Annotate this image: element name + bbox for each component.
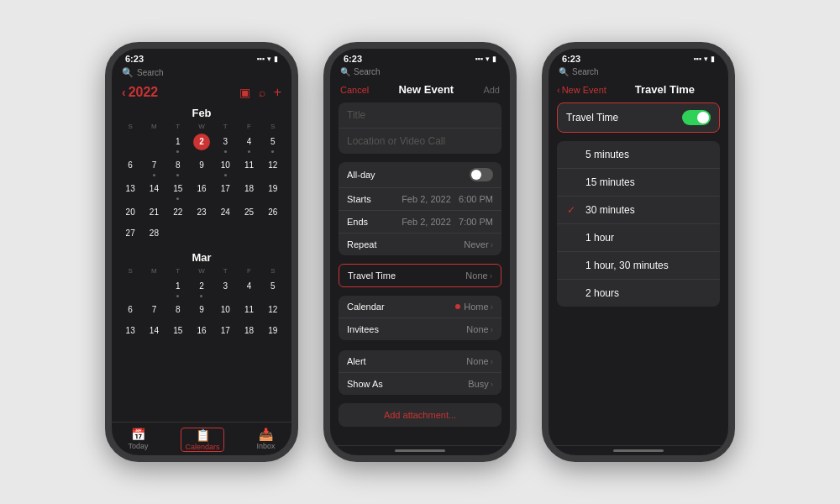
cal-day[interactable]: 16	[190, 320, 213, 341]
back-chevron-icon: ‹	[557, 85, 560, 95]
cal-day[interactable]: 13	[118, 178, 142, 202]
alert-row[interactable]: Alert None ›	[339, 350, 501, 373]
cal-day[interactable]: 3	[213, 276, 237, 299]
cal-day[interactable]: 11	[237, 299, 260, 320]
calendar-row[interactable]: Calendar Home ›	[339, 296, 501, 318]
cal-day[interactable]: 12	[261, 299, 285, 320]
calendars-icon: 📋	[196, 428, 210, 442]
cal-day[interactable]: 4	[237, 131, 260, 155]
cal-day[interactable]: 19	[261, 320, 285, 341]
show-as-row[interactable]: Show As Busy ›	[339, 373, 501, 395]
cal-day[interactable]: 23	[190, 202, 213, 223]
cal-day[interactable]: 8	[166, 155, 190, 178]
cal-day[interactable]: 16	[190, 178, 213, 202]
status-time-1: 6:23	[125, 54, 144, 64]
cal-day[interactable]: 4	[237, 276, 260, 299]
cal-day[interactable]: 9	[190, 299, 213, 320]
starts-row[interactable]: Starts Feb 2, 2022 6:00 PM	[339, 188, 501, 211]
back-button[interactable]: ‹ New Event	[557, 85, 606, 95]
add-button[interactable]: Add	[483, 85, 500, 95]
cal-day[interactable]: 19	[261, 178, 285, 202]
invitees-row[interactable]: Invitees None ›	[339, 318, 501, 340]
cal-day[interactable]	[118, 131, 142, 155]
datetime-section: All-day Starts Feb 2, 2022 6:00 PM Ends …	[339, 162, 501, 255]
cal-day[interactable]: 20	[118, 202, 142, 223]
cal-day[interactable]: 12	[261, 155, 285, 178]
option-30min[interactable]: ✓ 30 minutes	[557, 197, 720, 224]
tab-inbox[interactable]: 📥 Inbox	[256, 428, 275, 452]
cal-day[interactable]: 6	[118, 299, 142, 320]
tab-calendars[interactable]: 📋 Calendars	[181, 428, 223, 452]
status-time-2: 6:23	[344, 54, 362, 64]
cal-day[interactable]: 17	[213, 178, 237, 202]
cal-day[interactable]: 13	[118, 320, 142, 341]
travel-time-toggle[interactable]	[682, 110, 711, 125]
search-icon-year[interactable]: ⌕	[259, 86, 265, 99]
cal-day[interactable]: 17	[213, 320, 237, 341]
travel-time-row[interactable]: Travel Time None ›	[339, 265, 501, 286]
tab-today[interactable]: 📅 Today	[128, 428, 148, 452]
travel-chevron-icon: ›	[490, 271, 492, 281]
repeat-row[interactable]: Repeat Never ›	[339, 234, 501, 255]
cal-day[interactable]: 18	[237, 178, 260, 202]
cal-day[interactable]: 3	[213, 131, 237, 155]
cal-day[interactable]: 8	[166, 299, 190, 320]
cal-day[interactable]: 14	[142, 178, 165, 202]
cal-day[interactable]: 9	[190, 155, 213, 178]
cal-day[interactable]: 21	[142, 202, 165, 223]
cal-day[interactable]: 25	[237, 202, 260, 223]
option-5min[interactable]: 5 minutes	[557, 141, 720, 169]
add-icon[interactable]: +	[274, 85, 281, 100]
wifi-icon-3: ▾	[704, 55, 708, 63]
starts-value: Feb 2, 2022 6:00 PM	[402, 194, 493, 204]
cal-day[interactable]: 2	[190, 276, 213, 299]
option-1hr[interactable]: 1 hour	[557, 224, 720, 252]
battery-icon-3: ▮	[711, 55, 715, 63]
checkmark-icon: ✓	[567, 204, 579, 216]
title-input[interactable]: Title	[339, 102, 501, 129]
cal-day[interactable]: 5	[261, 276, 285, 299]
cal-day[interactable]: 5	[261, 131, 285, 155]
option-15min[interactable]: 15 minutes	[557, 169, 720, 197]
cal-day[interactable]: 22	[166, 202, 190, 223]
cal-day[interactable]: 15	[166, 320, 190, 341]
cal-day[interactable]: 14	[142, 320, 165, 341]
title-location-section: Title Location or Video Call	[339, 102, 501, 154]
chevron-icon: ›	[491, 240, 493, 249]
phone-3: 6:23 ▪▪▪ ▾ ▮ 🔍 Search ‹ New Event Travel…	[542, 42, 735, 462]
cancel-button[interactable]: Cancel	[340, 85, 369, 95]
status-time-3: 6:23	[562, 54, 580, 64]
allday-toggle[interactable]	[470, 168, 493, 181]
cal-day[interactable]: 10	[213, 299, 237, 320]
cal-day[interactable]: 18	[237, 320, 260, 341]
cal-day[interactable]: 10	[213, 155, 237, 178]
phone-3-screen: 6:23 ▪▪▪ ▾ ▮ 🔍 Search ‹ New Event Travel…	[549, 49, 728, 455]
cal-day[interactable]: 1	[166, 276, 190, 299]
location-input[interactable]: Location or Video Call	[339, 129, 501, 154]
search-bar-1[interactable]: 🔍 Search	[112, 66, 291, 81]
status-icons-3: ▪▪▪ ▾ ▮	[693, 55, 715, 63]
year-title[interactable]: ‹ 2022	[122, 85, 158, 100]
ends-row[interactable]: Ends Feb 2, 2022 7:00 PM	[339, 211, 501, 234]
cal-day[interactable]: 6	[118, 155, 142, 178]
cal-day[interactable]: 15	[166, 178, 190, 202]
option-1hr-label: 1 hour	[585, 232, 614, 244]
status-bar-1: 6:23 ▪▪▪ ▾ ▮	[112, 49, 291, 66]
cal-day[interactable]: 1	[166, 131, 190, 155]
battery-icon-2: ▮	[492, 55, 496, 63]
option-2hr[interactable]: 2 hours	[557, 280, 720, 307]
cal-day[interactable]: 28	[142, 223, 165, 246]
option-1hr30min[interactable]: 1 hour, 30 minutes	[557, 252, 720, 280]
cal-day[interactable]: 11	[237, 155, 260, 178]
cal-day[interactable]: 7	[142, 299, 165, 320]
add-attachment-button[interactable]: Add attachment...	[339, 403, 501, 427]
calendar-invitees-section: Calendar Home › Invitees None ›	[339, 296, 501, 340]
invitees-value: None ›	[466, 324, 493, 334]
cal-day[interactable]: 24	[213, 202, 237, 223]
calendar-box-icon[interactable]: ▣	[239, 86, 250, 99]
cal-day[interactable]: 27	[118, 223, 142, 246]
cal-day-today[interactable]: 2	[190, 131, 213, 155]
cal-day[interactable]	[142, 131, 165, 155]
cal-day[interactable]: 7	[142, 155, 165, 178]
cal-day[interactable]: 26	[261, 202, 285, 223]
